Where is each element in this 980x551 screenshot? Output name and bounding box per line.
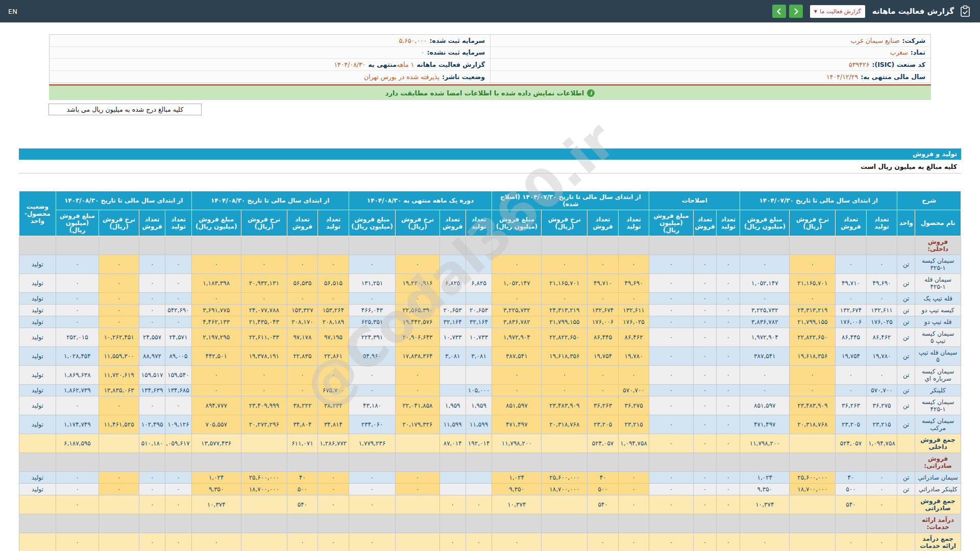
value-cell: ۰ xyxy=(717,434,740,453)
value-cell: ۰ xyxy=(836,293,867,305)
value-cell: ۰ xyxy=(165,255,191,274)
value-cell: ۱۱,۷۹۸,۲۰۰ xyxy=(492,434,542,453)
table-row: فله تیپ یکتن۰۰۰۰۰۰۰۰۰۰۰۰۰۰۰۰۰۰۰۰۰تولید xyxy=(19,293,961,305)
value-cell: ۰ xyxy=(396,385,439,396)
section-cell xyxy=(649,514,693,533)
value-cell: ۰ xyxy=(618,293,649,305)
status-cell: تولید xyxy=(19,274,56,293)
value-cell: ۰ xyxy=(693,472,717,484)
isic-code-row: کد صنعت (ISIC): ۵۳۹۴۲۶ xyxy=(490,59,930,71)
value-cell: ۱۱,۵۹۹ xyxy=(465,415,492,434)
unit-cell xyxy=(897,533,915,551)
value-cell: ۰ xyxy=(287,255,318,274)
value-cell: ۱۰۹,۱۲۶ xyxy=(165,415,191,434)
value-cell: ۲۲,۶۱۱,۰۳۳ xyxy=(241,328,287,347)
section-cell xyxy=(56,453,99,472)
status-cell: تولید xyxy=(19,347,56,366)
value-cell: ۰ xyxy=(165,396,191,415)
section-cell xyxy=(587,453,619,472)
value-cell: ۰ xyxy=(165,533,191,551)
header-sub-4-0: تعداد تولید xyxy=(318,210,349,236)
value-cell: ۱,۸۶۲,۷۳۹ xyxy=(56,385,99,396)
header-unit: واحد xyxy=(897,210,915,236)
unit-cell: تن xyxy=(897,274,915,293)
value-cell xyxy=(396,533,439,551)
value-cell: ۸۶,۴۴۵ xyxy=(587,328,619,347)
value-cell: ۴,۴۶۲,۱۳۳ xyxy=(191,316,241,328)
symbol-row: نماد: سغرب xyxy=(490,47,930,59)
value-cell: ۰ xyxy=(618,495,649,514)
value-cell: ۱۰۵,۰۰۰ xyxy=(465,385,492,396)
value-cell: ۱,۰۵۹,۶۱۷ xyxy=(165,434,191,453)
product-name-cell: جمع فروش داخلی xyxy=(915,434,961,453)
value-cell: ۰ xyxy=(693,385,717,396)
value-cell: ۰ xyxy=(587,385,619,396)
value-cell: ۰ xyxy=(740,293,790,305)
value-cell: ۳,۲۲۵,۷۳۲ xyxy=(740,305,790,316)
section-cell xyxy=(492,514,542,533)
value-cell xyxy=(439,385,465,396)
value-cell: ۴۹,۶۹۰ xyxy=(866,274,897,293)
value-cell: ۳۲,۱۶۴ xyxy=(465,316,492,328)
value-cell: ۴۹,۶۹۰ xyxy=(618,274,649,293)
table-row: فروش داخلی: xyxy=(19,236,961,255)
value-cell: ۸۶,۴۴۵ xyxy=(836,328,867,347)
value-cell: ۱۹,۶۱۸,۳۵۶ xyxy=(542,347,587,366)
value-cell: ۰ xyxy=(349,366,396,385)
value-cell: ۱۱,۴۶۱,۵۲۵ xyxy=(99,415,139,434)
value-cell: ۰ xyxy=(139,293,165,305)
value-cell: ۱۳,۵۷۷,۴۳۶ xyxy=(191,434,241,453)
value-cell: ۰ xyxy=(740,255,790,274)
value-cell: ۵۰۰ xyxy=(287,484,318,495)
section-cell xyxy=(897,453,915,472)
prev-report-button[interactable] xyxy=(772,5,786,18)
value-cell: ۰ xyxy=(649,472,693,484)
value-cell: ۰ xyxy=(717,366,740,385)
section-cell xyxy=(866,514,897,533)
value-cell: ۲۰,۶۵۳ xyxy=(439,305,465,316)
company-info-table: شرکت: صنایع سیمان غرب سرمایه ثبت شده: ۵,… xyxy=(49,34,931,83)
value-cell: ۵۴۲,۶۹۰ xyxy=(165,305,191,316)
value-cell: ۲,۱۹۷,۲۹۵ xyxy=(191,328,241,347)
value-cell: ۰ xyxy=(717,495,740,514)
next-report-button[interactable] xyxy=(789,5,803,18)
value-cell: ۰ xyxy=(542,366,587,385)
value-cell: ۰ xyxy=(492,533,542,551)
section-cell xyxy=(542,514,587,533)
value-cell: ۳۲,۱۶۴ xyxy=(439,316,465,328)
value-cell: ۰ xyxy=(56,255,99,274)
value-cell: ۱۳۲,۶۷۴ xyxy=(587,305,619,316)
status-cell: تولید xyxy=(19,316,56,328)
value-cell: ۰ xyxy=(318,484,349,495)
section-cell xyxy=(318,236,349,255)
product-name-cell: فله تیپ یک xyxy=(915,293,961,305)
header-sub-2-0: تعداد تولید xyxy=(618,210,649,236)
value-cell: ۰ xyxy=(693,484,717,495)
value-cell: ۰ xyxy=(790,385,836,396)
value-cell: ۱۹,۳۷۸,۱۹۱ xyxy=(241,347,287,366)
section-cell xyxy=(542,236,587,255)
value-cell: ۵۷۰,۷۰۰ xyxy=(618,385,649,396)
section-cell xyxy=(396,453,439,472)
product-name-cell: کیسه تیپ دو xyxy=(915,305,961,316)
value-cell: ۲۱,۷۹۹,۱۵۵ xyxy=(790,316,836,328)
header-sub-2-2: نرخ فروش (ریال) xyxy=(542,210,587,236)
value-cell xyxy=(465,255,492,274)
section-cell xyxy=(836,514,867,533)
section-cell xyxy=(897,514,915,533)
value-cell: ۰ xyxy=(866,533,897,551)
value-cell: ۱۵۳,۳۲۷ xyxy=(287,305,318,316)
value-cell: ۲۰,۹۳۲,۱۳۱ xyxy=(241,274,287,293)
value-cell: ۰ xyxy=(439,495,465,514)
value-cell: ۰ xyxy=(693,255,717,274)
value-cell: ۴۴۲,۵۰۱ xyxy=(191,347,241,366)
value-cell: ۰ xyxy=(99,255,139,274)
section-cell xyxy=(866,236,897,255)
value-cell: ۰ xyxy=(740,533,790,551)
value-cell: ۰ xyxy=(693,328,717,347)
header-group-3: دوره یک ماهه منتهی به ۱۴۰۴/۰۸/۳۰ xyxy=(349,191,492,210)
value-cell: ۰ xyxy=(56,293,99,305)
report-type-dropdown[interactable]: گزارش فعالیت ماهانه ▼ xyxy=(810,5,865,18)
language-toggle[interactable]: EN xyxy=(8,8,17,15)
section-cell xyxy=(740,514,790,533)
